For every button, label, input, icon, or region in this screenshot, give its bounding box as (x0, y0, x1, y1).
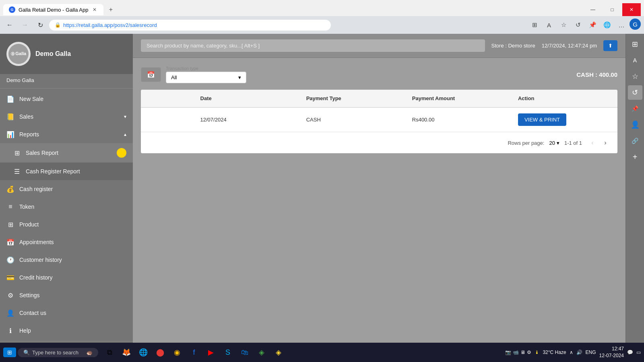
taskbar-apps: ⧉ 🦊 🌐 ⬤ ◉ f ▶ S 🛍 ◈ ◈ (101, 344, 287, 360)
nav-label-new-sale: New Sale (19, 96, 126, 102)
upload-button[interactable]: ⬆ (603, 40, 617, 51)
nav-label-settings: Settings (19, 292, 126, 298)
taskbar-search[interactable]: 🔍 Type here to search 🦔 (18, 348, 98, 357)
right-panel-sync-icon[interactable]: ↺ (628, 85, 642, 100)
right-panel-grid-icon[interactable]: ⊞ (628, 37, 642, 51)
appointments-icon: 📅 (6, 238, 14, 246)
th-payment-type: Payment Type (300, 90, 406, 107)
filters-row: 📅 Transaction type All ▾ CASH : 400.00 (141, 66, 617, 83)
right-panel-user-icon[interactable]: 👤 (628, 117, 642, 132)
volume-icon[interactable]: 🔊 (576, 350, 582, 355)
taskbar-start-button[interactable]: ⊞ (3, 348, 16, 357)
sidebar-item-reports[interactable]: 📊 Reports ▴ (0, 125, 133, 143)
back-button[interactable]: ← (3, 19, 16, 31)
lock-icon: 🔒 (55, 22, 61, 28)
address-bar[interactable]: 🔒 https://retail.galla.app/posv2/salesre… (49, 20, 331, 31)
sidebar-item-contact-us[interactable]: 👤 Contact us (0, 304, 133, 322)
right-panel-reader-icon[interactable]: A (628, 53, 642, 68)
sidebar-item-help[interactable]: ℹ Help (0, 322, 133, 339)
tab-close-button[interactable]: ✕ (91, 6, 98, 13)
nav-label-token: Token (19, 204, 126, 210)
sidebar-item-sales[interactable]: 📒 Sales ▾ (0, 108, 133, 125)
sidebar-item-appointments[interactable]: 📅 Appointments (0, 233, 133, 251)
calendar-icon: 📅 (147, 71, 155, 78)
taskbar-app-facebook[interactable]: f (186, 344, 202, 360)
nav-label-appointments: Appointments (19, 239, 126, 245)
minimize-button[interactable]: — (584, 3, 602, 16)
view-print-button[interactable]: VIEW & PRINT (518, 113, 566, 126)
date-filter-button[interactable]: 📅 (141, 67, 161, 82)
td-payment-amount: Rs400.00 (406, 111, 512, 128)
sidebar-item-product[interactable]: ⊞ Product (0, 216, 133, 233)
taskbar-app-firefox[interactable]: 🦊 (118, 344, 134, 360)
show-desktop-icon[interactable]: ▭ (636, 350, 641, 355)
forward-button[interactable]: → (19, 19, 31, 31)
taskbar-app-yellow[interactable]: ◈ (270, 344, 287, 360)
profile-icon[interactable]: A (543, 19, 555, 31)
tab-bar: G Galla Retail Demo - Galla App ✕ + (3, 4, 116, 15)
lang-display[interactable]: ENG (586, 350, 596, 355)
right-panel-add-icon[interactable]: + (628, 150, 642, 164)
taskbar-temp: 🌡 (535, 350, 539, 355)
taskbar-app-youtube[interactable]: ▶ (203, 344, 219, 360)
search-bar[interactable]: Search product by name, category, sku...… (141, 39, 485, 52)
sidebar-item-credit-history[interactable]: 💳 Credit history (0, 269, 133, 286)
browser-tab-active[interactable]: G Galla Retail Demo - Galla App ✕ (3, 4, 103, 15)
th-payment-amount: Payment Amount (406, 90, 512, 107)
monitor-icon: 🖥 (520, 350, 525, 355)
pin-icon[interactable]: 📌 (586, 19, 599, 31)
th-date: Date (194, 90, 300, 107)
extensions-icon[interactable]: ⊞ (528, 19, 541, 31)
chevron-up-icon[interactable]: ∧ (570, 350, 573, 355)
transaction-type-wrapper: Transaction type All ▾ (166, 66, 246, 83)
right-panel-pin-icon[interactable]: 📌 (628, 101, 642, 116)
sidebar-item-sales-report[interactable]: ⊞ Sales Report (0, 143, 133, 162)
settings-taskbar-icon[interactable]: ⚙ (527, 350, 531, 355)
sidebar-item-settings[interactable]: ⚙ Settings (0, 286, 133, 304)
sidebar-item-cash-register-report[interactable]: ☰ Cash Register Report (0, 162, 133, 180)
tab-title: Galla Retail Demo - Galla App (19, 7, 88, 13)
collections-icon[interactable]: ↺ (572, 19, 584, 31)
right-panel: ⊞ A ☆ ↺ 📌 👤 🔗 + (625, 34, 644, 343)
page-info: 1-1 of 1 (564, 140, 582, 146)
store-info: Store : Demo store (491, 43, 535, 49)
next-page-button[interactable]: › (600, 137, 611, 148)
taskbar-app-chrome[interactable]: ◉ (169, 344, 185, 360)
reports-arrow-icon: ▴ (124, 132, 126, 137)
browser-titlebar: G Galla Retail Demo - Galla App ✕ + — □ … (0, 0, 644, 16)
sidebar-item-cash-register[interactable]: 💰 Cash register (0, 180, 133, 198)
table-row: 12/07/2024 CASH Rs400.00 VIEW & PRINT (141, 108, 617, 132)
sales-icon: 📒 (6, 113, 14, 121)
transaction-type-select[interactable]: All ▾ (166, 72, 246, 83)
cash-total-display: CASH : 400.00 (576, 71, 617, 78)
help-icon: ℹ (6, 327, 14, 335)
sidebar-item-customer-history[interactable]: 🕐 Customer history (0, 251, 133, 269)
customer-history-icon: 🕐 (6, 256, 14, 264)
toolbar-actions: ⊞ A ☆ ↺ 📌 🌐 … G (528, 19, 641, 31)
sidebar-item-token[interactable]: ≡ Token (0, 198, 133, 216)
settings-icon[interactable]: … (615, 19, 628, 31)
browser-profile[interactable]: G (630, 19, 641, 30)
new-tab-button[interactable]: + (105, 4, 116, 15)
taskbar-app-skype[interactable]: S (220, 344, 236, 360)
notification-icon[interactable]: 💬 (627, 350, 633, 355)
browser-toolbar: ← → ↻ 🔒 https://retail.galla.app/posv2/s… (0, 16, 644, 34)
company-name: Demo Galla (35, 50, 71, 58)
close-button[interactable]: ✕ (622, 3, 641, 16)
taskbar-app-edge[interactable]: 🌐 (135, 344, 151, 360)
right-panel-favorites-icon[interactable]: ☆ (628, 69, 642, 84)
page-navigation: ‹ › (587, 137, 611, 148)
reload-button[interactable]: ↻ (34, 19, 47, 31)
window-controls: — □ ✕ (584, 3, 641, 16)
taskbar-app-red[interactable]: ⬤ (152, 344, 168, 360)
right-panel-share-icon[interactable]: 🔗 (628, 134, 642, 148)
taskbar-app-store[interactable]: 🛍 (237, 344, 253, 360)
favorites-icon[interactable]: ☆ (557, 19, 570, 31)
taskbar-app-taskview[interactable]: ⧉ (101, 344, 118, 360)
sidebar-item-new-sale[interactable]: 📄 New Sale (0, 90, 133, 108)
maximize-button[interactable]: □ (603, 3, 621, 16)
prev-page-button[interactable]: ‹ (587, 137, 598, 148)
rows-per-page-select[interactable]: 20 ▾ (549, 140, 559, 146)
taskbar-app-green[interactable]: ◈ (254, 344, 270, 360)
web-icon[interactable]: 🌐 (601, 19, 613, 31)
